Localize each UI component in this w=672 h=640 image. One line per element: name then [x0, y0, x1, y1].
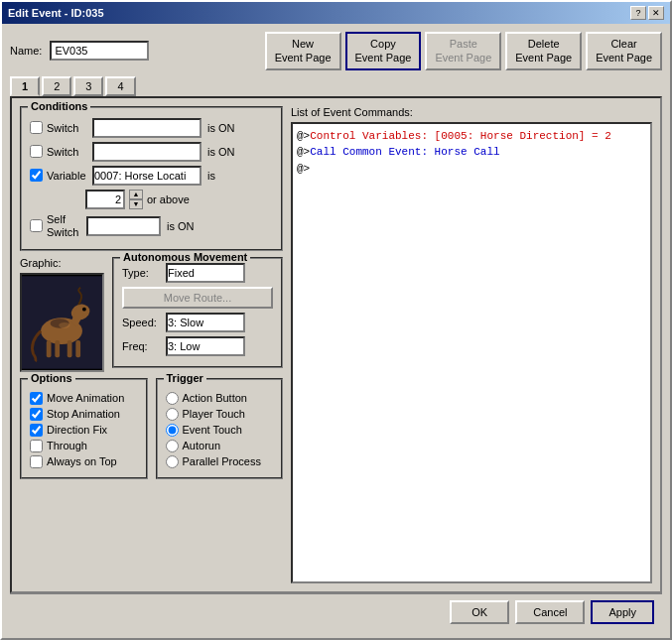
options-group: Options Move Animation Stop Animation Di…	[20, 378, 148, 479]
event-line-1: @>Control Variables: [0005: Horse Direct…	[297, 128, 646, 145]
variable-num-input[interactable]	[85, 190, 125, 209]
variable-checkbox[interactable]	[30, 169, 43, 182]
title-bar-buttons: ? ✕	[630, 6, 664, 20]
autonomous-movement-group: Autonomous Movement Type: Fixed Random A…	[112, 257, 283, 368]
condition-selfswitch-row: SelfSwitch is ON	[30, 213, 273, 239]
copy-event-page-button[interactable]: Copy Event Page	[345, 32, 422, 70]
event-line-3: @>	[297, 161, 646, 178]
window-title: Edit Event - ID:035	[8, 7, 104, 19]
trigger-event-radio[interactable]	[166, 424, 179, 437]
paste-event-page-button[interactable]: Paste Event Page	[425, 32, 501, 70]
clear-event-page-button[interactable]: Clear Event Page	[586, 32, 662, 70]
name-input[interactable]	[50, 41, 149, 61]
new-event-page-button[interactable]: New Event Page	[265, 32, 341, 70]
graphic-movement-row: Graphic:	[20, 257, 283, 372]
stop-animation-checkbox[interactable]	[30, 408, 43, 421]
always-on-top-checkbox[interactable]	[30, 455, 43, 468]
trigger-group: Trigger Action Button Player Touch Event…	[156, 378, 284, 479]
autonomous-movement-label: Autonomous Movement	[120, 251, 250, 263]
svg-rect-6	[67, 340, 72, 357]
ok-button[interactable]: OK	[450, 600, 509, 624]
options-trigger-row: Options Move Animation Stop Animation Di…	[20, 378, 283, 479]
direction-fix-label: Direction Fix	[47, 424, 107, 436]
direction-fix-checkbox[interactable]	[30, 424, 43, 437]
or-above-label: or above	[147, 193, 190, 205]
switch1-ison: is ON	[207, 122, 235, 134]
close-button[interactable]: ✕	[648, 6, 664, 20]
variable-label: Variable	[47, 170, 88, 182]
switch1-checkbox[interactable]	[30, 121, 43, 134]
speed-dropdown[interactable]: 1: x8 Slower 2: x4 Slower 3: Slow 4: Fas…	[166, 313, 245, 332]
spin-down-button[interactable]: ▼	[129, 199, 143, 209]
condition-switch2-row: Switch is ON	[30, 142, 273, 162]
stop-animation-row: Stop Animation	[30, 408, 138, 421]
svg-point-10	[59, 322, 69, 328]
always-on-top-row: Always on Top	[30, 455, 138, 468]
trigger-parallel-row: Parallel Process	[166, 455, 274, 468]
trigger-player-row: Player Touch	[166, 408, 274, 421]
move-animation-row: Move Animation	[30, 392, 138, 405]
main-area: Conditions Switch is ON Switch	[10, 96, 662, 593]
trigger-label: Trigger	[164, 372, 206, 384]
help-button[interactable]: ?	[630, 6, 646, 20]
conditions-group: Conditions Switch is ON Switch	[20, 106, 283, 251]
variable-num-row: ▲ ▼ or above	[85, 190, 273, 209]
trigger-autorun-label: Autorun	[183, 440, 221, 451]
move-animation-label: Move Animation	[47, 392, 124, 404]
main-window: Edit Event - ID:035 ? ✕ Name: New Event …	[0, 0, 672, 640]
left-panel: Conditions Switch is ON Switch	[20, 106, 283, 583]
trigger-action-row: Action Button	[166, 392, 274, 405]
selfswitch-dropdown[interactable]	[86, 216, 161, 236]
spin-up-button[interactable]: ▲	[129, 190, 143, 199]
tabs-row: 1 2 3 4	[10, 76, 662, 96]
switch2-checkbox[interactable]	[30, 145, 43, 158]
variable-is: is	[207, 170, 215, 182]
selfswitch-checkbox[interactable]	[30, 219, 43, 232]
trigger-autorun-radio[interactable]	[166, 440, 179, 452]
type-dropdown[interactable]: Fixed Random Approach Custom	[166, 263, 245, 283]
through-checkbox[interactable]	[30, 440, 43, 452]
graphic-image[interactable]	[20, 273, 104, 372]
through-label: Through	[47, 440, 87, 451]
freq-label: Freq:	[122, 340, 162, 352]
trigger-parallel-radio[interactable]	[166, 455, 179, 468]
trigger-player-radio[interactable]	[166, 408, 179, 421]
switch2-dropdown[interactable]	[92, 142, 202, 162]
delete-event-page-button[interactable]: Delete Event Page	[505, 32, 582, 70]
svg-rect-7	[75, 340, 80, 357]
variable-dropdown[interactable]: 0007: Horse Location	[92, 166, 202, 186]
options-label: Options	[28, 372, 75, 384]
selfswitch-label: SelfSwitch	[47, 213, 82, 239]
tab-4[interactable]: 4	[105, 76, 135, 96]
horse-svg	[22, 274, 102, 371]
freq-dropdown[interactable]: 1: Lowest 2: Lower 3: Low 4: High	[166, 336, 245, 356]
switch1-dropdown[interactable]	[92, 118, 202, 138]
name-row: Name: New Event Page Copy Event Page Pas…	[10, 32, 662, 70]
variable-spinner: ▲ ▼	[129, 190, 143, 209]
always-on-top-label: Always on Top	[47, 455, 117, 467]
toolbar-buttons: New Event Page Copy Event Page Paste Eve…	[265, 32, 662, 70]
speed-label: Speed:	[122, 317, 162, 328]
apply-button[interactable]: Apply	[591, 600, 654, 624]
direction-fix-row: Direction Fix	[30, 424, 138, 437]
selfswitch-ison: is ON	[167, 220, 195, 232]
event-list[interactable]: @>Control Variables: [0005: Horse Direct…	[291, 122, 652, 583]
trigger-event-row: Event Touch	[166, 424, 274, 437]
stop-animation-label: Stop Animation	[47, 408, 120, 420]
tab-2[interactable]: 2	[42, 76, 71, 96]
event-list-label: List of Event Commands:	[291, 106, 652, 118]
move-animation-checkbox[interactable]	[30, 392, 43, 405]
trigger-player-label: Player Touch	[183, 408, 245, 420]
speed-row: Speed: 1: x8 Slower 2: x4 Slower 3: Slow…	[122, 313, 273, 332]
trigger-event-label: Event Touch	[183, 424, 242, 436]
condition-switch1-row: Switch is ON	[30, 118, 273, 138]
trigger-action-radio[interactable]	[166, 392, 179, 405]
event-line-2: @>Call Common Event: Horse Call	[297, 144, 646, 161]
tab-1[interactable]: 1	[10, 76, 40, 96]
trigger-parallel-label: Parallel Process	[183, 455, 261, 467]
tab-3[interactable]: 3	[73, 76, 103, 96]
cancel-button[interactable]: Cancel	[515, 600, 585, 624]
through-row: Through	[30, 440, 138, 452]
move-route-button[interactable]: Move Route...	[122, 287, 273, 309]
name-label: Name:	[10, 45, 42, 57]
